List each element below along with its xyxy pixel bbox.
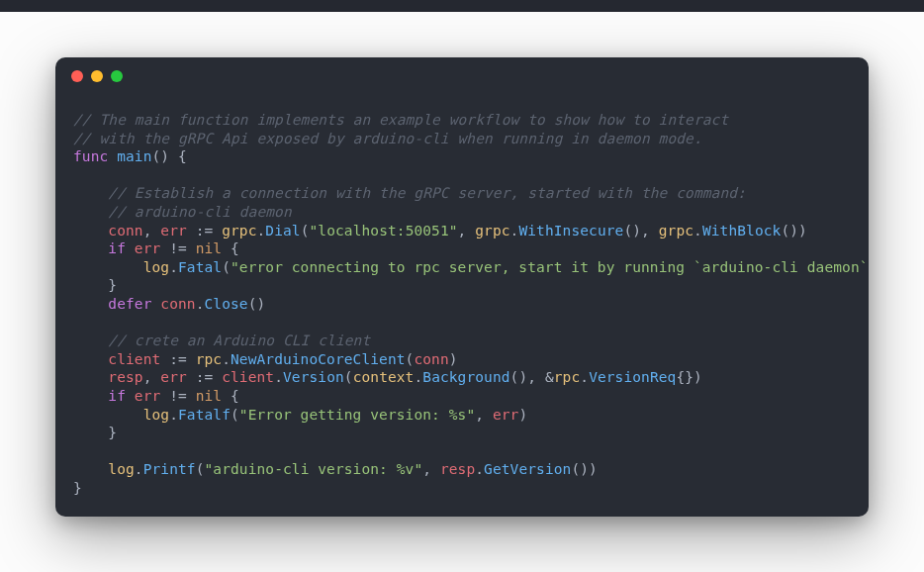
code-window: // The main function implements an examp… bbox=[55, 57, 869, 517]
var-err: err bbox=[160, 223, 187, 238]
traffic-light-minimize-icon[interactable] bbox=[91, 70, 103, 82]
top-dark-bar bbox=[0, 0, 924, 12]
comment-line: // with the gRPC Api exposed by arduino-… bbox=[73, 131, 702, 146]
code-block: // The main function implements an examp… bbox=[55, 95, 869, 515]
comment-line: // The main function implements an examp… bbox=[73, 112, 728, 128]
var-conn: conn bbox=[108, 223, 142, 238]
keyword-defer: defer bbox=[108, 296, 151, 312]
comment-line: // arduino-cli daemon bbox=[108, 204, 291, 220]
traffic-light-close-icon[interactable] bbox=[71, 70, 83, 82]
traffic-light-zoom-icon[interactable] bbox=[111, 70, 123, 82]
fn-main: main bbox=[117, 148, 151, 164]
var-client: client bbox=[108, 351, 160, 367]
keyword-func: func bbox=[73, 148, 108, 164]
window-titlebar bbox=[55, 57, 869, 95]
comment-line: // Establish a connection with the gRPC … bbox=[108, 185, 746, 201]
keyword-if: if bbox=[108, 240, 126, 256]
comment-line: // crete an Arduino CLI client bbox=[108, 333, 370, 348]
var-resp: resp bbox=[108, 369, 142, 385]
